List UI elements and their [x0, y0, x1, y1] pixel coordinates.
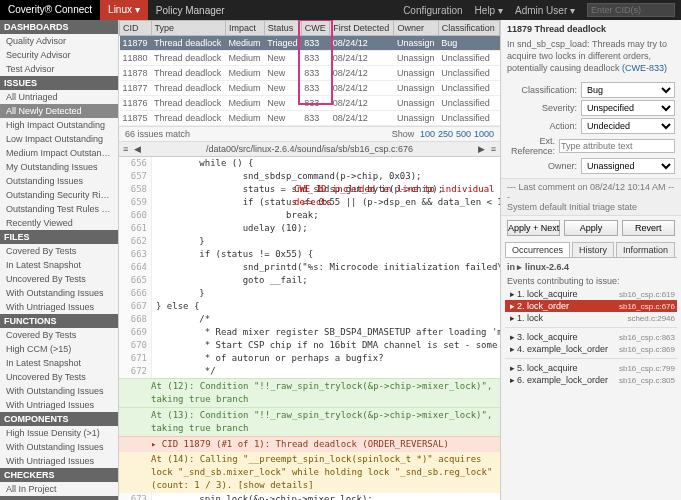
- nav-item[interactable]: My Outstanding Issues: [0, 160, 118, 174]
- config-link[interactable]: Configuration: [397, 5, 468, 16]
- detail-tab[interactable]: Information: [616, 242, 675, 257]
- nav-item[interactable]: In Latest Snapshot: [0, 258, 118, 272]
- nav-item[interactable]: Outstanding Test Rules Violations: [0, 202, 118, 216]
- cid-search-input[interactable]: [587, 3, 675, 17]
- next-defect-button[interactable]: ▶: [478, 144, 485, 154]
- nav-item[interactable]: With Outstanding Issues: [0, 286, 118, 300]
- occurrence-row[interactable]: ▸5. lock_acquiresb16_csp.c:799: [505, 362, 677, 374]
- page-size-option[interactable]: 1000: [474, 129, 494, 139]
- occurrence-row[interactable]: ▸3. lock_acquiresb16_csp.c:863: [505, 331, 677, 343]
- detail-tab[interactable]: History: [572, 242, 614, 257]
- occurrence-row[interactable]: ▸4. example_lock_ordersb16_csp.c:869: [505, 343, 677, 355]
- page-size-option[interactable]: 500: [456, 129, 471, 139]
- table-row[interactable]: 11879Thread deadlockMediumTriaged83308/2…: [120, 36, 500, 51]
- triage-select[interactable]: Unassigned: [581, 158, 675, 174]
- nav-item[interactable]: All Untriaged: [0, 90, 118, 104]
- nav-item[interactable]: With Untriaged Issues: [0, 300, 118, 314]
- detail-panel: 11879 Thread deadlock In snd_sb_csp_load…: [500, 20, 681, 500]
- nav-item[interactable]: Low Impact Outstanding: [0, 132, 118, 146]
- detail-tab[interactable]: Occurrences: [505, 242, 570, 257]
- table-row[interactable]: 11878Thread deadlockMediumNew83308/24/12…: [120, 66, 500, 81]
- nav-item[interactable]: Security Advisor: [0, 48, 118, 62]
- nav-item[interactable]: Covered By Tests: [0, 328, 118, 342]
- col-header[interactable]: Type: [151, 21, 225, 36]
- code-line: 661 udelay (10);: [119, 222, 500, 235]
- nav-item[interactable]: Test Advisor: [0, 62, 118, 76]
- col-header[interactable]: Classification: [438, 21, 499, 36]
- nav-item[interactable]: All Newly Detected: [0, 104, 118, 118]
- table-row[interactable]: 11877Thread deadlockMediumNew83308/24/12…: [120, 81, 500, 96]
- code-line: 668 /*: [119, 313, 500, 326]
- triage-select[interactable]: Undecided: [581, 118, 675, 134]
- nav-item[interactable]: High Issue Density (>1): [0, 426, 118, 440]
- nav-item[interactable]: Medium Impact Outstanding: [0, 146, 118, 160]
- nav-item[interactable]: Uncovered By Tests: [0, 272, 118, 286]
- occurrence-row[interactable]: ▸6. example_lock_ordersb16_csp.c:805: [505, 374, 677, 386]
- code-line: 670 * Start CSP chip if no 16bit DMA cha…: [119, 339, 500, 352]
- table-row[interactable]: 11876Thread deadlockMediumNew83308/24/12…: [120, 96, 500, 111]
- chevron-down-icon: ▾: [498, 5, 503, 16]
- triage-button[interactable]: Apply: [564, 220, 617, 236]
- code-line: 659 if (status == 0x55 || (p->dsp_en && …: [119, 196, 500, 209]
- code-line: 660 break;: [119, 209, 500, 222]
- nav-item[interactable]: Outstanding Security Risks: [0, 188, 118, 202]
- nav-item[interactable]: With Untriaged Issues: [0, 454, 118, 468]
- code-line: 664 snd_printd("%s: Microcode initializa…: [119, 261, 500, 274]
- col-header[interactable]: Impact: [226, 21, 265, 36]
- col-header[interactable]: Owner: [394, 21, 438, 36]
- nav-item[interactable]: High CCM (>15): [0, 342, 118, 356]
- occurrence-row[interactable]: ▸2. lock_ordersb16_csp.c:676: [505, 300, 677, 312]
- menu-icon[interactable]: ≡: [123, 144, 128, 154]
- nav-item[interactable]: Covered By Tests: [0, 244, 118, 258]
- page-size-option[interactable]: 100: [420, 129, 435, 139]
- nav-item[interactable]: Quality Advisor: [0, 34, 118, 48]
- prev-defect-button[interactable]: ◀: [134, 144, 141, 154]
- cwe-link[interactable]: (CWE-833): [622, 63, 667, 73]
- issues-table: CIDTypeImpactStatusCWEFirst DetectedOwne…: [119, 20, 500, 126]
- defect-note[interactable]: ▸ CID 11879 (#1 of 1): Thread deadlock (…: [119, 436, 500, 452]
- defect-note[interactable]: At (13): Condition "!!_raw_spin_trylock(…: [119, 407, 500, 436]
- nav-item[interactable]: With Outstanding Issues: [0, 440, 118, 454]
- col-header[interactable]: Status: [264, 21, 301, 36]
- occ-stream[interactable]: in ▸ linux-2.6.4: [505, 260, 677, 274]
- defect-note[interactable]: At (12): Condition "!!_raw_spin_trylock(…: [119, 378, 500, 407]
- triage-button[interactable]: Revert: [622, 220, 675, 236]
- triage-select[interactable]: Unspecified: [581, 100, 675, 116]
- nav-item[interactable]: In Latest Snapshot: [0, 356, 118, 370]
- occurrence-row[interactable]: ▸1. locksched.c:2946: [505, 312, 677, 324]
- triage-select[interactable]: Bug: [581, 82, 675, 98]
- nav-item[interactable]: All In Project: [0, 482, 118, 496]
- user-menu[interactable]: Admin User ▾: [509, 5, 581, 16]
- project-selector[interactable]: Linux ▾: [100, 0, 148, 20]
- policy-manager-link[interactable]: Policy Manager: [148, 5, 233, 16]
- nav-section-header: COMPONENTS: [0, 412, 118, 426]
- page-size-option[interactable]: 250: [438, 129, 453, 139]
- menu-icon[interactable]: ≡: [491, 144, 496, 154]
- table-row[interactable]: 11875Thread deadlockMediumNew83308/24/12…: [120, 111, 500, 126]
- nav-item[interactable]: Recently Viewed: [0, 216, 118, 230]
- detail-desc: In snd_sb_csp_load: Threads may try to a…: [501, 38, 681, 78]
- disclosure-icon: ▸: [507, 332, 517, 342]
- ext-ref-input[interactable]: [559, 139, 675, 153]
- defect-note[interactable]: At (14): Calling "__preempt_spin_lock(sp…: [119, 452, 500, 493]
- nav-section-header: FILES: [0, 230, 118, 244]
- code-line: 662 }: [119, 235, 500, 248]
- nav-section-header: CHECKERS: [0, 468, 118, 482]
- nav-item[interactable]: Outstanding Issues: [0, 174, 118, 188]
- nav-item[interactable]: With Outstanding Issues: [0, 384, 118, 398]
- table-row[interactable]: 11880Thread deadlockMediumNew83308/24/12…: [120, 51, 500, 66]
- nav-item[interactable]: Uncovered By Tests: [0, 370, 118, 384]
- occurrence-row[interactable]: ▸1. lock_acquiresb16_csp.c:619: [505, 288, 677, 300]
- col-header[interactable]: CWE: [301, 21, 330, 36]
- code-viewer[interactable]: CWE ID included in line to individual de…: [119, 157, 500, 500]
- col-header[interactable]: First Detected: [330, 21, 394, 36]
- help-link[interactable]: Help ▾: [469, 5, 509, 16]
- nav-item[interactable]: With Untriaged Issues: [0, 398, 118, 412]
- page-size: Show 1002505001000: [392, 129, 494, 139]
- nav-section-header: OWNERS: [0, 496, 118, 500]
- match-count: 66 issues match: [125, 129, 190, 139]
- disclosure-icon: ▸: [507, 301, 517, 311]
- nav-item[interactable]: High Impact Outstanding: [0, 118, 118, 132]
- col-header[interactable]: CID: [120, 21, 152, 36]
- triage-button[interactable]: Apply + Next: [507, 220, 560, 236]
